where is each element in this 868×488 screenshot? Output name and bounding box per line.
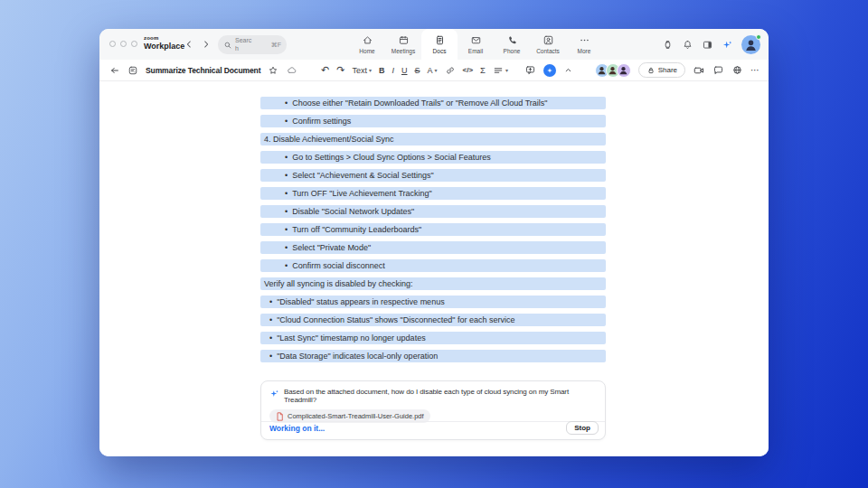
tab-label: Email [468, 48, 483, 54]
redo-button[interactable]: ↷ [336, 65, 344, 75]
chat-button[interactable] [712, 64, 724, 76]
equation-button[interactable]: Σ [480, 65, 486, 75]
tab-label: Meetings [392, 48, 415, 54]
bell-icon [682, 39, 693, 51]
doc-line[interactable]: Turn off "Community Leaderboards" [260, 223, 606, 236]
stop-button[interactable]: Stop [566, 421, 599, 435]
chat-bubble-icon [712, 64, 724, 76]
tab-more[interactable]: More [566, 29, 602, 60]
collapse-toolbar-button[interactable] [563, 65, 573, 75]
doc-line[interactable]: "Cloud Connection Status" shows "Disconn… [260, 314, 606, 326]
back-button[interactable] [109, 65, 120, 76]
more-icon [579, 34, 590, 46]
watch-app-button[interactable] [662, 39, 674, 51]
undo-button[interactable]: ↶ [321, 65, 329, 75]
phone-icon [506, 34, 518, 46]
favorite-button[interactable] [268, 65, 278, 76]
list-icon [493, 65, 504, 76]
docs-home-button[interactable] [127, 65, 138, 76]
ai-companion-button[interactable] [722, 39, 733, 51]
top-bar: zoom Workplace Search ⌘F Home Meetings [99, 29, 769, 60]
chevron-down-icon: ▾ [435, 67, 438, 73]
code-button[interactable]: </> [463, 66, 474, 74]
ai-status-text: Working on it... [269, 424, 325, 433]
share-button[interactable]: Share [638, 62, 685, 78]
search-placeholder: Search [235, 37, 253, 52]
chevron-left-icon [184, 39, 194, 50]
italic-button[interactable]: I [392, 66, 394, 75]
doc-line[interactable]: "Data Storage" indicates local-only oper… [260, 350, 606, 362]
doc-line[interactable]: "Disabled" status appears in respective … [260, 296, 606, 308]
minimize-window-button[interactable] [120, 41, 127, 47]
search-shortcut: ⌘F [271, 42, 281, 49]
doc-line[interactable]: Select "Achievement & Social Settings" [260, 169, 606, 182]
zoom-workplace-logo: zoom Workplace [144, 35, 184, 51]
watch-icon [662, 39, 674, 51]
tab-meetings[interactable]: Meetings [385, 29, 421, 60]
user-avatar[interactable] [741, 35, 760, 54]
logo-zoom-text: zoom [144, 35, 184, 41]
attachment-filename: Complicated-Smart-Treadmill-User-Guide.p… [288, 412, 424, 420]
docs-icon [434, 34, 446, 46]
tab-label: Home [359, 48, 374, 54]
doc-line[interactable]: Turn OFF "Live Achievement Tracking" [260, 187, 606, 200]
panel-icon [702, 39, 713, 51]
link-button[interactable] [445, 65, 456, 76]
text-style-dropdown[interactable]: Text ▾ [352, 66, 372, 75]
chevron-down-icon: ▾ [505, 67, 508, 73]
doc-line[interactable]: 4. Disable Achievement/Social Sync [260, 133, 606, 145]
doc-line[interactable]: Confirm settings [260, 115, 606, 127]
logo-workplace-text: Workplace [144, 42, 184, 51]
start-video-button[interactable] [693, 64, 705, 77]
more-options-button[interactable]: ⋯ [750, 66, 760, 75]
doc-line[interactable]: Disable "Social Network Updates" [260, 205, 606, 218]
document-canvas[interactable]: Choose either "Retain Downloaded Trails"… [99, 81, 769, 456]
collaborator-avatars [595, 63, 631, 78]
underline-button[interactable]: U [401, 66, 408, 75]
chevron-down-icon: ▾ [369, 67, 372, 73]
tab-contacts[interactable]: Contacts [530, 29, 566, 60]
doc-line[interactable]: Verify all syncing is disabled by checki… [260, 277, 606, 290]
doc-line[interactable]: Select "Private Mode" [260, 241, 606, 254]
tab-label: More [578, 48, 591, 54]
text-color-dropdown[interactable]: A ▾ [428, 66, 438, 75]
lock-icon [646, 66, 656, 75]
video-camera-icon [693, 64, 705, 77]
side-panel-toggle[interactable] [702, 39, 713, 51]
doc-line[interactable]: "Last Sync" timestamp no longer updates [260, 332, 606, 344]
language-button[interactable] [731, 64, 743, 76]
contacts-icon [542, 34, 554, 46]
maximize-window-button[interactable] [131, 41, 137, 47]
ai-sparkle-icon [546, 67, 553, 74]
tab-home[interactable]: Home [349, 29, 385, 60]
search-icon [223, 41, 232, 50]
close-window-button[interactable] [109, 41, 116, 47]
ask-ai-companion-button[interactable] [543, 64, 556, 77]
back-nav-button[interactable] [183, 38, 195, 51]
comment-button[interactable] [524, 64, 536, 76]
tab-label: Phone [504, 48, 521, 54]
tab-email[interactable]: Email [458, 29, 494, 60]
forward-nav-button[interactable] [200, 38, 212, 51]
tab-docs[interactable]: Docs [421, 29, 458, 60]
notifications-button[interactable] [682, 39, 693, 51]
comment-plus-icon [524, 64, 536, 76]
doc-line[interactable]: Choose either "Retain Downloaded Trails"… [260, 97, 606, 109]
star-icon [268, 65, 278, 76]
strikethrough-button[interactable]: S [414, 66, 420, 75]
person-silhouette-icon [618, 64, 629, 76]
bold-button[interactable]: B [379, 66, 385, 75]
ai-panel: Based on the attached document, how do I… [260, 380, 606, 440]
tab-phone[interactable]: Phone [494, 29, 530, 60]
search-input[interactable]: Search ⌘F [218, 35, 287, 54]
doc-line[interactable]: Confirm social disconnect [260, 259, 606, 272]
topbar-right-icons [662, 29, 760, 60]
globe-icon [731, 64, 743, 76]
presence-status-dot [756, 34, 761, 40]
chevron-right-icon [201, 39, 212, 50]
doc-line[interactable]: Go to Settings > Cloud Sync Options > So… [260, 151, 606, 164]
list-format-dropdown[interactable]: ▾ [493, 65, 508, 76]
app-tabs: Home Meetings Docs Email Phone Contacts [349, 29, 602, 60]
app-window: zoom Workplace Search ⌘F Home Meetings [99, 29, 769, 456]
collaborator-avatar[interactable] [617, 63, 631, 78]
